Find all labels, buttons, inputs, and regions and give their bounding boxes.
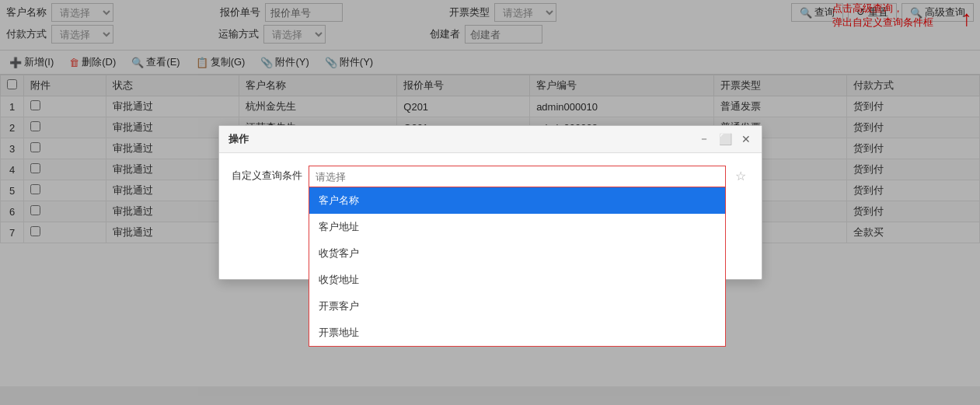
favorite-button[interactable]: ☆ [732, 169, 749, 183]
dropdown-item[interactable]: 开票地址 [309, 319, 725, 346]
dropdown-item[interactable]: 收货客户 [309, 240, 725, 267]
dropdown-list: 客户名称客户地址收货客户收货地址开票客户开票地址 [309, 187, 726, 347]
modal-restore-button[interactable]: ⬜ [717, 133, 734, 145]
condition-input[interactable] [309, 166, 726, 187]
dropdown-item[interactable]: 收货地址 [309, 267, 725, 293]
modal-header: 操作 － ⬜ ✕ [219, 126, 762, 153]
modal-body: 自定义查询条件 客户名称客户地址收货客户收货地址开票客户开票地址 ☆ 这些都是设… [219, 153, 762, 232]
modal-condition-row: 自定义查询条件 客户名称客户地址收货客户收货地址开票客户开票地址 ☆ [232, 166, 749, 187]
modal-title: 操作 [228, 132, 249, 146]
dropdown-container: 客户名称客户地址收货客户收货地址开票客户开票地址 [309, 166, 726, 187]
dropdown-item[interactable]: 客户名称 [309, 187, 725, 214]
modal-minimize-button[interactable]: － [697, 132, 711, 146]
modal-overlay: 操作 － ⬜ ✕ 自定义查询条件 客户名称客户地址收货客户收货地址开票客户开票地… [0, 0, 980, 405]
modal-dialog: 操作 － ⬜ ✕ 自定义查询条件 客户名称客户地址收货客户收货地址开票客户开票地… [218, 125, 762, 280]
modal-controls: － ⬜ ✕ [697, 132, 752, 146]
modal-close-button[interactable]: ✕ [740, 133, 752, 145]
dropdown-item[interactable]: 开票客户 [309, 293, 725, 319]
condition-label: 自定义查询条件 [232, 166, 302, 183]
dropdown-item[interactable]: 客户地址 [309, 214, 725, 240]
